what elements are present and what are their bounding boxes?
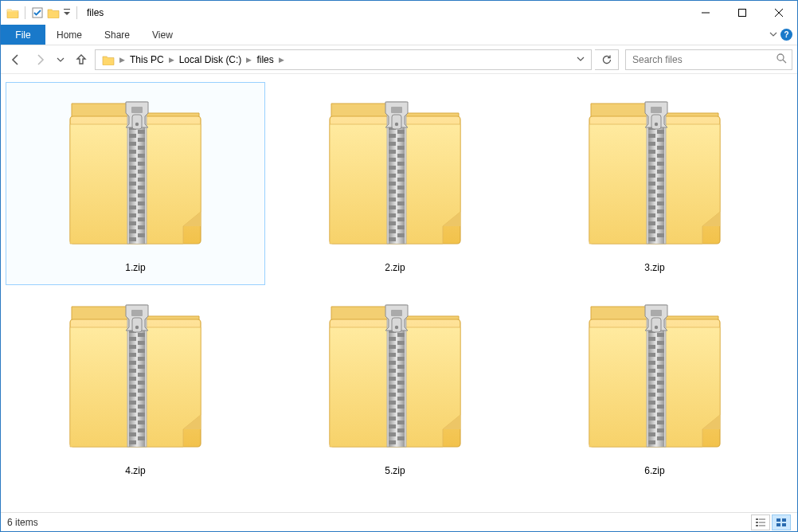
svg-rect-218 [756, 525, 758, 526]
help-icon[interactable]: ? [780, 29, 792, 41]
svg-rect-171 [389, 424, 396, 428]
file-label: 3.zip [644, 262, 664, 273]
file-label: 5.zip [385, 465, 405, 476]
ribbon-expand-icon[interactable] [769, 29, 777, 41]
svg-rect-65 [397, 217, 405, 221]
svg-rect-44 [389, 134, 396, 138]
address-bar[interactable]: ▶ This PC ▶ Local Disk (C:) ▶ files ▶ [95, 49, 592, 70]
svg-rect-195 [657, 381, 664, 385]
search-box[interactable] [625, 49, 792, 70]
svg-rect-26 [138, 201, 145, 205]
svg-rect-1 [64, 9, 70, 10]
svg-rect-25 [129, 198, 136, 201]
file-item[interactable]: 1.zip [6, 82, 265, 285]
svg-rect-142 [132, 318, 142, 332]
svg-rect-69 [397, 233, 405, 237]
svg-rect-9 [129, 134, 136, 138]
quick-access-toolbar: files [1, 4, 104, 22]
svg-rect-161 [389, 385, 396, 389]
svg-rect-63 [397, 209, 405, 213]
svg-rect-156 [397, 365, 405, 369]
forward-button[interactable] [29, 49, 50, 70]
svg-rect-51 [397, 162, 405, 166]
svg-rect-176 [391, 310, 402, 316]
content-pane[interactable]: 1.zip [1, 74, 797, 512]
tab-share[interactable]: Share [93, 25, 141, 45]
svg-rect-115 [138, 341, 145, 345]
file-item[interactable]: 2.zip [265, 82, 525, 285]
breadcrumb-label: Local Disk (C:) [179, 54, 242, 65]
svg-rect-125 [138, 381, 145, 385]
svg-rect-98 [657, 209, 664, 213]
recent-dropdown-icon[interactable] [53, 49, 68, 70]
file-tab[interactable]: File [1, 25, 45, 45]
svg-rect-82 [657, 146, 664, 150]
file-label: 2.zip [385, 262, 405, 273]
address-dropdown-icon[interactable] [573, 54, 588, 65]
file-item[interactable]: 5.zip [265, 285, 525, 488]
svg-rect-155 [389, 361, 396, 365]
svg-rect-132 [129, 409, 136, 413]
svg-rect-148 [397, 333, 405, 337]
svg-rect-35 [129, 237, 136, 241]
svg-rect-100 [657, 217, 664, 221]
chevron-right-icon[interactable]: ▶ [244, 56, 253, 64]
svg-rect-13 [129, 150, 136, 154]
svg-rect-105 [648, 237, 655, 241]
minimize-button[interactable] [687, 2, 724, 25]
file-item[interactable]: 6.zip [525, 285, 784, 488]
qat-dropdown-icon[interactable] [62, 4, 72, 22]
breadcrumb-item[interactable]: This PC [127, 54, 167, 65]
svg-rect-2 [739, 10, 746, 17]
svg-rect-89 [648, 174, 655, 178]
svg-rect-50 [389, 158, 396, 162]
search-input[interactable] [631, 53, 776, 66]
svg-rect-172 [397, 428, 405, 432]
breadcrumb-item[interactable]: files [253, 54, 276, 65]
up-button[interactable] [71, 49, 92, 70]
svg-rect-214 [756, 518, 758, 520]
chevron-right-icon[interactable]: ▶ [118, 56, 127, 64]
file-item[interactable]: 4.zip [6, 285, 265, 488]
svg-rect-15 [129, 158, 136, 162]
window-title: files [87, 7, 104, 18]
svg-rect-97 [648, 205, 655, 209]
svg-rect-157 [389, 369, 396, 373]
svg-rect-10 [138, 138, 145, 142]
separator [76, 6, 77, 19]
maximize-button[interactable] [724, 2, 761, 25]
svg-rect-189 [657, 357, 664, 361]
svg-rect-18 [138, 170, 145, 174]
svg-rect-48 [389, 150, 396, 154]
svg-rect-150 [397, 341, 405, 345]
file-item[interactable]: 3.zip [525, 82, 784, 285]
svg-rect-198 [648, 393, 655, 397]
breadcrumb-root-icon[interactable] [99, 54, 118, 65]
refresh-button[interactable] [595, 49, 619, 70]
chevron-right-icon[interactable]: ▶ [167, 56, 176, 64]
large-icons-view-button[interactable] [772, 514, 791, 530]
svg-rect-134 [129, 417, 136, 421]
breadcrumb-item[interactable]: Local Disk (C:) [176, 54, 245, 65]
tab-view[interactable]: View [141, 25, 184, 45]
chevron-right-icon[interactable]: ▶ [277, 56, 286, 64]
search-icon[interactable] [776, 53, 787, 66]
file-label: 1.zip [125, 262, 145, 273]
svg-rect-199 [657, 397, 664, 401]
svg-rect-152 [397, 349, 405, 353]
tab-home[interactable]: Home [45, 25, 93, 45]
svg-rect-124 [129, 377, 136, 381]
svg-rect-186 [648, 345, 655, 349]
back-button[interactable] [6, 49, 26, 70]
svg-rect-183 [657, 333, 664, 337]
svg-rect-197 [657, 389, 664, 393]
close-button[interactable] [761, 2, 797, 25]
zip-folder-icon [307, 289, 483, 460]
svg-rect-95 [648, 198, 655, 201]
details-view-button[interactable] [751, 514, 770, 530]
properties-check-icon[interactable] [30, 4, 45, 22]
zip-folder-icon [567, 86, 742, 257]
svg-rect-30 [138, 217, 145, 221]
svg-rect-33 [129, 229, 136, 233]
svg-rect-127 [138, 389, 145, 393]
